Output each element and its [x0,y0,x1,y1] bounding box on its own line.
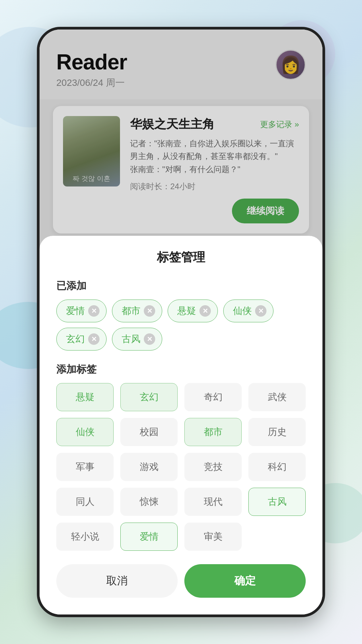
tag-qihuan[interactable]: 奇幻 [184,383,242,411]
tag-management-modal: 标签管理 已添加 爱情 ✕ 都市 ✕ 悬疑 ✕ 仙侠 ✕ [40,236,322,614]
tag-kehuan[interactable]: 科幻 [248,453,306,481]
tag-youxi[interactable]: 游戏 [120,453,178,481]
remove-aiqing-icon[interactable]: ✕ [88,305,100,317]
added-tag-xianxia-text: 仙侠 [233,305,252,317]
tag-lishi[interactable]: 历史 [248,418,306,446]
tag-wuxia[interactable]: 武侠 [248,383,306,411]
remove-gufeng-icon[interactable]: ✕ [144,333,155,345]
phone-frame: Reader 2023/06/24 周一 👩 짜 것않 이혼 华娱之天生主角 更… [37,27,325,617]
added-tag-aiqing-text: 爱情 [66,305,85,317]
cancel-button[interactable]: 取消 [56,564,178,598]
added-tags-label: 已添加 [56,279,306,293]
added-tag-gufeng[interactable]: 古风 ✕ [112,328,162,351]
added-tag-dushi-text: 都市 [122,305,140,317]
action-buttons: 取消 确定 [56,564,306,598]
add-tags-label: 添加标签 [56,363,306,376]
added-tag-xuanyi[interactable]: 悬疑 ✕ [168,300,218,322]
tag-tongren[interactable]: 同人 [56,488,114,516]
tag-xuanyi[interactable]: 悬疑 [56,383,114,411]
tag-jinghan[interactable]: 惊悚 [120,488,178,516]
tag-dushi[interactable]: 都市 [184,418,242,446]
added-tags-container: 爱情 ✕ 都市 ✕ 悬疑 ✕ 仙侠 ✕ 玄幻 ✕ [56,300,306,351]
added-tag-aiqing[interactable]: 爱情 ✕ [56,300,107,322]
tag-xiandai[interactable]: 现代 [184,488,242,516]
phone-screen: Reader 2023/06/24 周一 👩 짜 것않 이혼 华娱之天生主角 更… [40,30,322,614]
tag-xiaoyuan[interactable]: 校园 [120,418,178,446]
added-tag-xianxia[interactable]: 仙侠 ✕ [223,300,274,322]
added-tag-xuanhuan[interactable]: 玄幻 ✕ [56,328,107,351]
modal-title: 标签管理 [56,249,306,266]
tag-junshi[interactable]: 军事 [56,453,114,481]
tag-shenmei[interactable]: 审美 [184,523,242,551]
tag-aiqing[interactable]: 爱情 [120,523,178,551]
added-tag-xuanhuan-text: 玄幻 [66,333,85,345]
remove-xuanhuan-icon[interactable]: ✕ [88,333,100,345]
added-tag-dushi[interactable]: 都市 ✕ [112,300,162,322]
added-tag-gufeng-text: 古风 [122,333,140,345]
tag-gufeng[interactable]: 古风 [248,488,306,516]
available-tags-grid: 悬疑 玄幻 奇幻 武侠 仙侠 校园 都市 历史 军事 游戏 竞技 科幻 同人 惊… [56,383,306,551]
remove-dushi-icon[interactable]: ✕ [144,305,155,317]
confirm-button[interactable]: 确定 [184,564,306,598]
remove-xianxia-icon[interactable]: ✕ [255,305,266,317]
added-tag-xuanyi-text: 悬疑 [177,305,196,317]
tag-xianxia[interactable]: 仙侠 [56,418,114,446]
remove-xuanyi-icon[interactable]: ✕ [199,305,211,317]
tag-xuanhuan[interactable]: 玄幻 [120,383,178,411]
tag-jingji[interactable]: 竞技 [184,453,242,481]
tag-qingxs[interactable]: 轻小说 [56,523,114,551]
